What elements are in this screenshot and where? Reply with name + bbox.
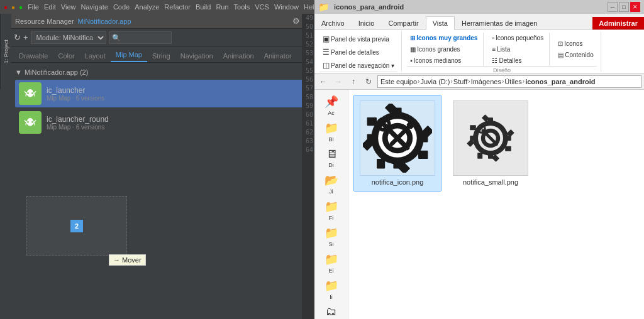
project-side-tab[interactable]: 1: Project xyxy=(0,14,11,89)
menu-analyze[interactable]: Analyze xyxy=(135,3,159,11)
up-button[interactable]: ↑ xyxy=(347,75,360,88)
sidebar-item-fi[interactable]: 📁 Fi xyxy=(314,197,348,224)
sidebar-item-di[interactable]: 🖥 Di xyxy=(314,145,348,171)
sidebar-item-bi[interactable]: 📁 Bi xyxy=(314,119,348,145)
collapse-icon[interactable]: ▼ xyxy=(15,68,22,76)
file-item-notifica-icon[interactable]: notifica_icon.png xyxy=(353,95,441,192)
diseno-items: ⊞ Iconos muy grandes ▦ Iconos grandes ▪ … xyxy=(407,33,597,66)
medium-icon: ▪ xyxy=(410,57,413,64)
menu-refactor[interactable]: Refactor xyxy=(164,3,191,11)
tab-drawable[interactable]: Drawable xyxy=(14,50,53,62)
menu-view[interactable]: View xyxy=(61,3,76,11)
line-49: 49 xyxy=(306,14,313,23)
large-view-icon: ▦ xyxy=(410,46,416,53)
view-detalles-btn[interactable]: ☷ Detalles xyxy=(489,55,547,66)
ribbon-tab-archivo[interactable]: Archivo xyxy=(314,16,352,30)
tab-animator[interactable]: Animator xyxy=(259,50,297,62)
settings-icon[interactable]: ⚙ xyxy=(292,16,300,26)
path-sep-3: › xyxy=(468,78,470,85)
sidebar-label-si: Si xyxy=(328,241,333,247)
ribbon-tab-compartir[interactable]: Compartir xyxy=(381,16,425,30)
view-iconos-muy-grandes-label: Iconos muy grandes xyxy=(416,35,477,41)
back-button[interactable]: ← xyxy=(317,75,330,88)
panel-detalles-btn[interactable]: ☰ Panel de detalles xyxy=(319,46,382,58)
close-button[interactable]: ✕ xyxy=(630,2,640,12)
ribbon-tab-herramientas[interactable]: Herramientas de imagen xyxy=(455,16,544,30)
file-item-notifica-small[interactable]: notifica_small.png xyxy=(447,95,535,192)
menu-vcs[interactable]: VCS xyxy=(255,3,269,11)
view-contenido-btn[interactable]: ▤ Contenido xyxy=(555,50,597,60)
tab-navigation[interactable]: Navigation xyxy=(175,50,218,62)
add-icon[interactable]: + xyxy=(23,33,28,42)
sidebar-icon-ii: 📁 xyxy=(325,279,338,293)
address-path[interactable]: Este equipo › Juvia (D:) › Stuff › Imáge… xyxy=(377,75,641,88)
refresh-address-button[interactable]: ↻ xyxy=(362,75,375,88)
menu-code[interactable]: Code xyxy=(113,3,130,11)
sidebar-item-ei[interactable]: 📁 Ei xyxy=(314,250,348,276)
resource-item-ic-launcher[interactable]: ic_launcher Mip Map · 6 versions xyxy=(15,80,311,107)
menu-tools[interactable]: Tools xyxy=(234,3,250,11)
menu-window[interactable]: Window xyxy=(274,3,299,11)
diseno-label: Diseño xyxy=(407,66,597,73)
exp-window-controls: ─ □ ✕ xyxy=(608,2,640,12)
panel-navegacion-btn[interactable]: ◫ Panel de navegación ▾ xyxy=(319,59,397,72)
view-detalles-label: Detalles xyxy=(499,57,521,64)
tab-color[interactable]: Color xyxy=(53,50,79,62)
svg-rect-42 xyxy=(470,125,476,130)
view-iconos-btn[interactable]: ⊡ Iconos xyxy=(555,38,597,49)
sidebar-icon-si: 📁 xyxy=(325,226,338,240)
panel-vista-previa-btn[interactable]: ▣ Panel de vista previa xyxy=(319,33,392,45)
rm-app-tab[interactable]: MiNotificador.app xyxy=(78,18,131,25)
menu-navigate[interactable]: Navigate xyxy=(81,3,108,11)
path-segment-drive: Juvia (D:) xyxy=(420,78,450,85)
svg-point-7 xyxy=(31,121,33,123)
view-iconos-pequenos-btn[interactable]: ▫ Iconos pequeños xyxy=(489,33,547,43)
view-iconos-grandes-btn[interactable]: ▦ Iconos grandes xyxy=(407,44,480,55)
svg-point-2 xyxy=(31,92,33,94)
line-64: 64 xyxy=(306,146,313,154)
sidebar-item-si[interactable]: 📁 Si xyxy=(314,224,348,250)
sidebar-item-ii[interactable]: 📁 Ii xyxy=(314,276,348,303)
line-62: 62 xyxy=(306,128,313,137)
minimize-button[interactable]: ─ xyxy=(608,2,618,12)
svg-rect-40 xyxy=(477,153,482,159)
explorer-sidebar: 📌 Ac 📁 Bi 🖥 Di 📂 Ji 📁 Fi 📁 Si xyxy=(314,90,348,319)
drag-drop-area[interactable]: 2 xyxy=(26,196,127,256)
resource-item-ic-launcher-round[interactable]: ic_launcher_round Mip Map · 6 versions xyxy=(15,109,311,136)
move-tooltip: → Mover xyxy=(109,254,146,266)
tab-mipmap[interactable]: Mip Map xyxy=(111,48,147,62)
drag-number: 2 xyxy=(70,220,83,232)
tab-string[interactable]: String xyxy=(147,50,175,62)
forward-button[interactable]: → xyxy=(332,75,345,88)
nav-icon: ◫ xyxy=(323,61,330,70)
menu-edit[interactable]: Edit xyxy=(44,3,56,11)
menu-build[interactable]: Build xyxy=(196,3,211,11)
search-input[interactable] xyxy=(109,31,172,44)
menu-file[interactable]: File xyxy=(28,3,39,11)
ic-launcher-info: ic_launcher Mip Map · 6 versions xyxy=(47,86,307,102)
tab-animation[interactable]: Animation xyxy=(218,50,259,62)
sidebar-item-ac[interactable]: 📌 Ac xyxy=(314,92,348,119)
sidebar-item-ci[interactable]: 🗂 Ci xyxy=(314,303,348,319)
sidebar-icon-ci: 🗂 xyxy=(326,305,337,318)
line-60: 60 xyxy=(306,111,313,119)
view-lista-btn[interactable]: ≡ Lista xyxy=(489,44,547,55)
resource-manager: Resource Manager MiNotificador.app ⚙ ✕ ↻… xyxy=(11,14,314,319)
path-sep-4: › xyxy=(502,78,504,85)
ribbon-content: ▣ Panel de vista previa ☰ Panel de detal… xyxy=(314,30,644,73)
view-iconos-muy-grandes-btn[interactable]: ⊞ Iconos muy grandes xyxy=(407,33,480,43)
ribbon-tab-inicio[interactable]: Inicio xyxy=(352,16,382,30)
view-iconos-medianos-btn[interactable]: ▪ Iconos medianos xyxy=(407,55,480,66)
module-select[interactable]: Module: MiNotificadc ▾ xyxy=(31,31,106,44)
refresh-icon[interactable]: ↻ xyxy=(14,33,21,42)
path-sep-2: › xyxy=(451,78,453,85)
sidebar-item-ji[interactable]: 📂 Ji xyxy=(314,171,348,197)
menu-run[interactable]: Run xyxy=(216,3,228,11)
sidebar-label-ac: Ac xyxy=(328,110,335,116)
tab-layout[interactable]: Layout xyxy=(80,50,111,62)
content-icon: ▤ xyxy=(558,51,564,58)
maximize-button[interactable]: □ xyxy=(619,2,629,12)
administrar-tab[interactable]: Administrar xyxy=(592,17,644,30)
sidebar-label-ji: Ji xyxy=(329,188,333,195)
ribbon-tab-vista[interactable]: Vista xyxy=(426,16,455,30)
